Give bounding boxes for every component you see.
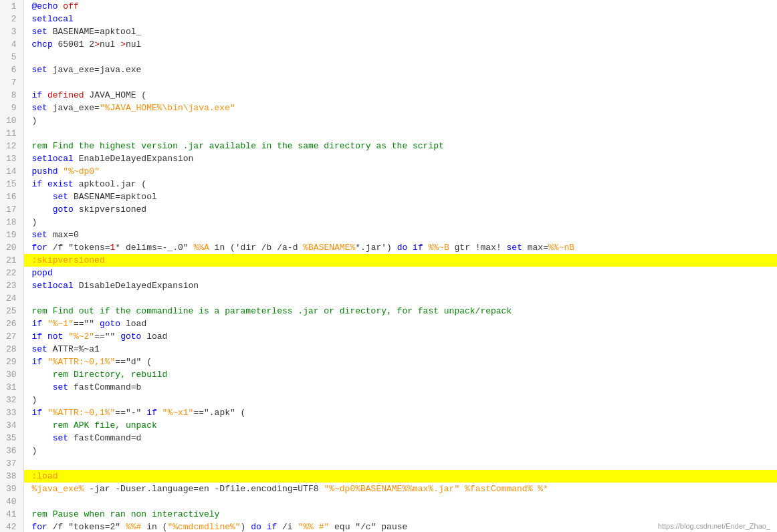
- table-row: 11: [0, 127, 777, 140]
- line-number: 2: [0, 13, 23, 25]
- line-content: if "%ATTR:~0,1%"=="d" (: [23, 356, 777, 368]
- line-content: [23, 495, 777, 508]
- line-number: 22: [0, 267, 23, 279]
- watermark: https://blog.csdn.net/Ender_Zhao_: [658, 522, 770, 530]
- line-content: rem Directory, rebuild: [23, 368, 777, 381]
- line-content: set fastCommand=d: [23, 432, 777, 444]
- table-row: 25rem Find out if the commandline is a p…: [0, 305, 777, 317]
- table-row: 24: [0, 292, 777, 305]
- table-row: 19set max=0: [0, 229, 777, 241]
- line-content: ): [23, 444, 777, 457]
- line-number: 39: [0, 483, 23, 495]
- line-number: 38: [0, 470, 23, 483]
- line-number: 29: [0, 356, 23, 368]
- table-row: 18): [0, 216, 777, 229]
- line-number: 13: [0, 152, 23, 165]
- line-number: 27: [0, 330, 23, 343]
- line-number: 17: [0, 203, 23, 216]
- line-number: 14: [0, 165, 23, 178]
- line-content: :load: [23, 470, 777, 483]
- line-content: [23, 51, 777, 63]
- line-number: 21: [0, 254, 23, 267]
- line-number: 16: [0, 190, 23, 203]
- table-row: 9set java_exe="%JAVA_HOME%\bin\java.exe": [0, 102, 777, 114]
- table-row: 26if "%~1"=="" goto load: [0, 317, 777, 330]
- table-row: 27if not "%~2"=="" goto load: [0, 330, 777, 343]
- table-row: 33if "%ATTR:~0,1%"=="-" if "%~x1"==".apk…: [0, 406, 777, 419]
- line-content: set fastCommand=b: [23, 381, 777, 394]
- table-row: 31 set fastCommand=b: [0, 381, 777, 394]
- line-content: setlocal EnableDelayedExpansion: [23, 152, 777, 165]
- table-row: 28set ATTR=%~a1: [0, 343, 777, 356]
- line-number: 40: [0, 495, 23, 508]
- line-content: if not "%~2"=="" goto load: [23, 330, 777, 343]
- line-content: goto skipversioned: [23, 203, 777, 216]
- code-editor: 1@echo off2setlocal3set BASENAME=apktool…: [0, 0, 777, 532]
- line-content: if "%~1"=="" goto load: [23, 317, 777, 330]
- line-content: for /f "tokens=1* delims=-_.0" %%A in ('…: [23, 241, 777, 254]
- table-row: 3set BASENAME=apktool_: [0, 25, 777, 38]
- table-row: 6set java_exe=java.exe: [0, 63, 777, 76]
- line-number: 1: [0, 0, 23, 13]
- table-row: 7: [0, 76, 777, 89]
- table-row: 16 set BASENAME=apktool: [0, 190, 777, 203]
- line-number: 15: [0, 178, 23, 190]
- line-number: 7: [0, 76, 23, 89]
- table-row: 15if exist apktool.jar (: [0, 178, 777, 190]
- table-row: 40: [0, 495, 777, 508]
- line-content: chcp 65001 2>nul >nul: [23, 38, 777, 51]
- line-content: setlocal: [23, 13, 777, 25]
- line-number: 34: [0, 419, 23, 432]
- line-content: ): [23, 394, 777, 406]
- line-number: 35: [0, 432, 23, 444]
- table-row: 17 goto skipversioned: [0, 203, 777, 216]
- line-content: pushd "%~dp0": [23, 165, 777, 178]
- line-content: rem Find the highest version .jar availa…: [23, 140, 777, 152]
- line-number: 8: [0, 89, 23, 102]
- table-row: 38:load: [0, 470, 777, 483]
- table-row: 32): [0, 394, 777, 406]
- line-content: setlocal DisableDelayedExpansion: [23, 279, 777, 292]
- line-content: rem Find out if the commandline is a par…: [23, 305, 777, 317]
- table-row: 39%java_exe% -jar -Duser.language=en -Df…: [0, 483, 777, 495]
- line-content: set java_exe=java.exe: [23, 63, 777, 76]
- line-content: [23, 127, 777, 140]
- table-row: 23setlocal DisableDelayedExpansion: [0, 279, 777, 292]
- line-number: 26: [0, 317, 23, 330]
- table-row: 8if defined JAVA_HOME (: [0, 89, 777, 102]
- line-number: 24: [0, 292, 23, 305]
- line-number: 37: [0, 457, 23, 470]
- line-content: ): [23, 114, 777, 127]
- line-number: 19: [0, 229, 23, 241]
- line-number: 11: [0, 127, 23, 140]
- line-number: 30: [0, 368, 23, 381]
- code-table: 1@echo off2setlocal3set BASENAME=apktool…: [0, 0, 777, 532]
- line-number: 33: [0, 406, 23, 419]
- table-row: 4chcp 65001 2>nul >nul: [0, 38, 777, 51]
- table-row: 30 rem Directory, rebuild: [0, 368, 777, 381]
- table-row: 12rem Find the highest version .jar avai…: [0, 140, 777, 152]
- table-row: 20for /f "tokens=1* delims=-_.0" %%A in …: [0, 241, 777, 254]
- line-number: 25: [0, 305, 23, 317]
- table-row: 2setlocal: [0, 13, 777, 25]
- line-content: set max=0: [23, 229, 777, 241]
- line-content: rem APK file, unpack: [23, 419, 777, 432]
- table-row: 29if "%ATTR:~0,1%"=="d" (: [0, 356, 777, 368]
- line-number: 18: [0, 216, 23, 229]
- line-number: 5: [0, 51, 23, 63]
- line-number: 10: [0, 114, 23, 127]
- line-content: set BASENAME=apktool: [23, 190, 777, 203]
- line-content: set BASENAME=apktool_: [23, 25, 777, 38]
- line-number: 23: [0, 279, 23, 292]
- line-number: 12: [0, 140, 23, 152]
- line-number: 6: [0, 63, 23, 76]
- line-content: @echo off: [23, 0, 777, 13]
- line-content: if exist apktool.jar (: [23, 178, 777, 190]
- line-number: 20: [0, 241, 23, 254]
- line-content: [23, 457, 777, 470]
- line-content: %java_exe% -jar -Duser.language=en -Dfil…: [23, 483, 777, 495]
- line-number: 41: [0, 508, 23, 521]
- line-content: if defined JAVA_HOME (: [23, 89, 777, 102]
- line-content: [23, 76, 777, 89]
- line-content: set ATTR=%~a1: [23, 343, 777, 356]
